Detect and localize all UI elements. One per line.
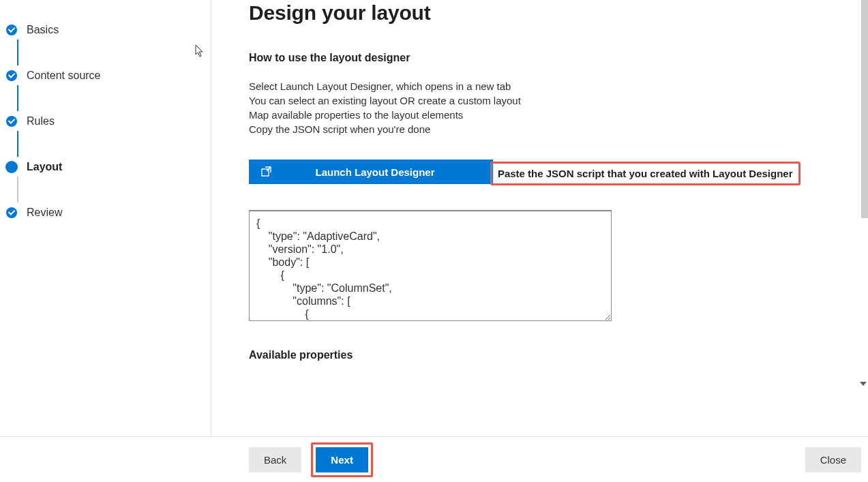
step-label: Review bbox=[27, 207, 62, 219]
step-label: Basics bbox=[27, 24, 59, 36]
wizard-sidebar: Basics Content source Rules Layout Revie bbox=[0, 0, 211, 436]
expand-caret-icon[interactable] bbox=[860, 382, 867, 386]
check-icon bbox=[6, 70, 17, 81]
step-content-source[interactable]: Content source bbox=[6, 52, 211, 98]
instruction-line: You can select an existing layout OR cre… bbox=[249, 93, 834, 108]
page-title: Design your layout bbox=[249, 1, 834, 25]
main-content: Design your layout How to use the layout… bbox=[211, 0, 868, 436]
step-layout[interactable]: Layout bbox=[6, 144, 211, 190]
current-step-icon bbox=[5, 161, 18, 173]
howto-heading: How to use the layout designer bbox=[249, 52, 834, 64]
wizard-footer: Back Next Close bbox=[0, 436, 868, 482]
next-button-highlight: Next bbox=[311, 442, 373, 477]
check-icon bbox=[6, 25, 17, 35]
instruction-line: Copy the JSON script when you're done bbox=[249, 122, 834, 136]
step-basics[interactable]: Basics bbox=[6, 7, 211, 52]
scrollbar[interactable] bbox=[861, 0, 868, 218]
json-label-highlight: Paste the JSON script that you created w… bbox=[490, 162, 800, 185]
available-properties-heading: Available properties bbox=[249, 349, 834, 361]
open-in-new-icon bbox=[261, 166, 272, 177]
back-button[interactable]: Back bbox=[249, 447, 301, 472]
step-label: Layout bbox=[27, 161, 62, 173]
step-label: Rules bbox=[27, 115, 55, 127]
check-icon bbox=[6, 207, 17, 218]
json-field-label: Paste the JSON script that you created w… bbox=[498, 168, 793, 179]
step-label: Content source bbox=[27, 70, 101, 82]
next-button[interactable]: Next bbox=[316, 447, 368, 472]
step-review[interactable]: Review bbox=[6, 190, 211, 235]
launch-layout-designer-button[interactable]: Launch Layout Designer bbox=[249, 160, 493, 184]
launch-button-label: Launch Layout Designer bbox=[280, 166, 481, 178]
instruction-line: Map available properties to the layout e… bbox=[249, 108, 834, 122]
json-script-textarea[interactable] bbox=[249, 210, 612, 321]
step-rules[interactable]: Rules bbox=[6, 98, 211, 144]
instructions-list: Select Launch Layout Designer, which ope… bbox=[249, 79, 834, 136]
instruction-line: Select Launch Layout Designer, which ope… bbox=[249, 79, 834, 93]
check-icon bbox=[6, 116, 17, 127]
close-button[interactable]: Close bbox=[805, 447, 861, 472]
